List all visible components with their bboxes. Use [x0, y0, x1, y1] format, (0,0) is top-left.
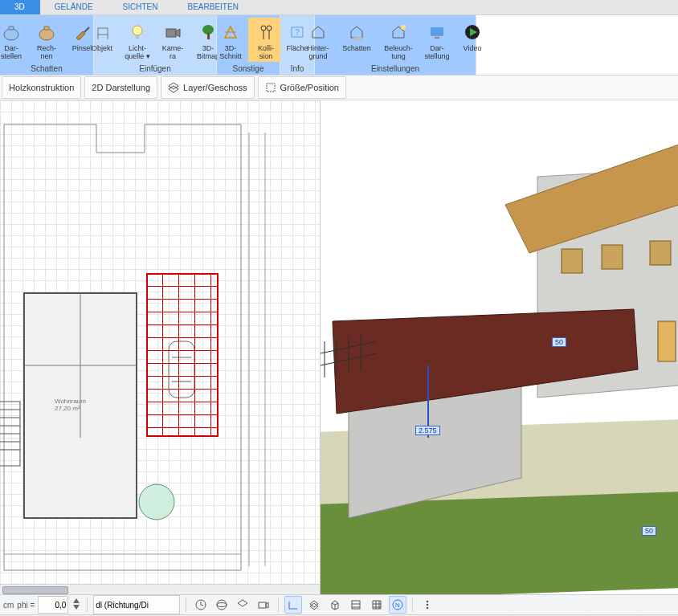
ribbon-btn-hintergrund-label: Hinter- grund [307, 44, 329, 62]
ribbon-btn-darstellen[interactable]: Dar- stellen [0, 18, 29, 62]
ribbon-btn-hintergrund[interactable]: Hinter- grund [300, 18, 336, 62]
teapot-calc-icon [37, 20, 56, 44]
svg-rect-5 [98, 28, 108, 35]
ribbon-btn-lichtquelle[interactable]: Licht- quelle ▾ [120, 18, 155, 62]
angle-icon [288, 599, 299, 610]
viewport-3d[interactable]: 2.575 50 50 [321, 100, 678, 594]
ribbon-btn-video[interactable]: Video [455, 18, 490, 62]
chair-icon [93, 20, 111, 44]
ribbon-btn-kollision-label: Kolli- sion [258, 44, 274, 62]
ctx-label: 2D Darstellung [92, 83, 150, 92]
viewport-2d[interactable]: Wohnraum 27,20 m² [0, 100, 321, 594]
menu-tab-gelaende[interactable]: GELÄNDE [40, 0, 108, 14]
chevron-up-icon [72, 598, 80, 604]
lighting-house-icon [390, 20, 407, 44]
ribbon-btn-lichtquelle-label: Licht- quelle ▾ [125, 44, 150, 62]
svg-point-86 [427, 604, 429, 606]
menu-tab-bearbeiten[interactable]: BEARBEITEN [174, 0, 254, 14]
ctx-label: Holzkonstruktion [9, 83, 74, 92]
ribbon-btn-objekt-label: Objekt [92, 44, 112, 62]
svg-point-69 [217, 600, 227, 610]
separator [186, 598, 186, 612]
ribbon: Dar- stellen Rech- nen Pinsel Schatten [0, 15, 678, 75]
svg-rect-3 [44, 27, 49, 30]
svg-point-8 [133, 26, 142, 35]
svg-rect-27 [435, 37, 439, 39]
layers-icon [237, 599, 248, 610]
svg-rect-54 [650, 241, 671, 265]
ribbon-btn-3dschnitt[interactable]: 3D- Schnitt [213, 18, 248, 62]
menu-tab-3d[interactable]: 3D [0, 0, 40, 14]
svg-marker-64 [73, 598, 80, 603]
svg-rect-26 [431, 27, 443, 36]
tool-camera[interactable] [255, 596, 272, 614]
svg-rect-55 [658, 321, 676, 361]
play-video-icon [464, 20, 481, 44]
tool-grid[interactable] [368, 596, 386, 614]
svg-marker-11 [176, 29, 180, 37]
group-label-einstellungen: Einstellungen [371, 63, 419, 75]
tool-ortho[interactable] [284, 596, 302, 614]
svg-rect-53 [602, 245, 623, 269]
coord-toolbar: cm phi = N [0, 594, 678, 614]
tool-cube[interactable] [326, 596, 344, 614]
tool-more[interactable] [419, 596, 436, 614]
svg-point-17 [267, 26, 272, 31]
tool-north[interactable]: N [389, 596, 406, 614]
dim-tag-b: 50 [642, 526, 656, 536]
group-label-info: Info [291, 63, 304, 75]
ribbon-btn-kamera[interactable]: Kame- ra [155, 18, 190, 62]
selected-timber-frame[interactable] [146, 273, 219, 437]
ribbon-group-sonstige: 3D- Schnitt Kolli- sion Sonstige [217, 15, 280, 75]
cube-icon [329, 599, 341, 610]
phi-label: phi = [17, 601, 35, 610]
camera-icon [164, 20, 182, 44]
ctx-btn-groesse-position[interactable]: Größe/Position [258, 76, 346, 99]
ribbon-btn-objekt[interactable]: Objekt [84, 18, 120, 62]
svg-rect-10 [166, 29, 176, 37]
ctx-label: Layer/Geschoss [183, 83, 247, 92]
dim-main-3d: 2.575 [415, 426, 440, 435]
globe-icon [216, 599, 227, 610]
ribbon-btn-darstellung[interactable]: Dar- stellung [419, 18, 455, 62]
ribbon-btn-darstellen-label: Dar- stellen [1, 44, 22, 62]
scrollbar-thumb[interactable] [2, 586, 68, 594]
tool-globe[interactable] [213, 596, 231, 614]
building-3d [321, 100, 678, 594]
tool-clock[interactable] [192, 596, 210, 614]
collision-icon [257, 20, 275, 44]
ctx-btn-layer-geschoss[interactable]: Layer/Geschoss [161, 76, 254, 99]
more-vertical-icon [422, 599, 433, 610]
ribbon-btn-kollision[interactable]: Kolli- sion [248, 18, 284, 62]
phi-spinner[interactable] [71, 598, 81, 612]
tool-layers[interactable] [234, 596, 251, 614]
svg-marker-74 [310, 601, 318, 607]
grid-icon [371, 599, 382, 610]
svg-rect-32 [267, 84, 275, 92]
ctx-btn-2d-darstellung[interactable]: 2D Darstellung [84, 76, 157, 99]
tool-hatch[interactable] [347, 596, 365, 614]
ribbon-btn-rechnen-label: Rech- nen [37, 44, 56, 62]
svg-point-2 [39, 29, 54, 40]
svg-point-70 [217, 603, 227, 607]
ribbon-btn-rechnen[interactable]: Rech- nen [29, 18, 64, 62]
ribbon-group-einfuegen: Objekt Licht- quelle ▾ Kame- ra 3D- Bitm… [94, 15, 217, 75]
ribbon-btn-schatten2-label: Schatten [342, 44, 371, 62]
scrollbar-h-2d[interactable] [0, 584, 320, 594]
ribbon-btn-schatten2[interactable]: Schatten [336, 18, 378, 62]
ribbon-btn-beleuchtung[interactable]: Beleuch- tung [378, 18, 419, 62]
ctx-btn-holzkonstruktion[interactable]: Holzkonstruktion [2, 76, 81, 99]
svg-line-78 [335, 603, 338, 605]
mode-select[interactable] [93, 595, 180, 614]
menu-tab-sichten[interactable]: SICHTEN [108, 0, 174, 14]
ribbon-group-schatten: Dar- stellen Rech- nen Pinsel Schatten [0, 15, 94, 75]
phi-input[interactable] [38, 596, 68, 614]
tool-snap-layers[interactable] [305, 596, 323, 614]
svg-point-23 [353, 37, 364, 40]
svg-rect-72 [259, 602, 266, 608]
svg-rect-52 [562, 249, 582, 273]
svg-text:?: ? [295, 28, 300, 37]
svg-line-77 [332, 603, 335, 605]
clock-icon [195, 599, 206, 610]
ribbon-btn-darstellung-label: Dar- stellung [424, 44, 449, 62]
